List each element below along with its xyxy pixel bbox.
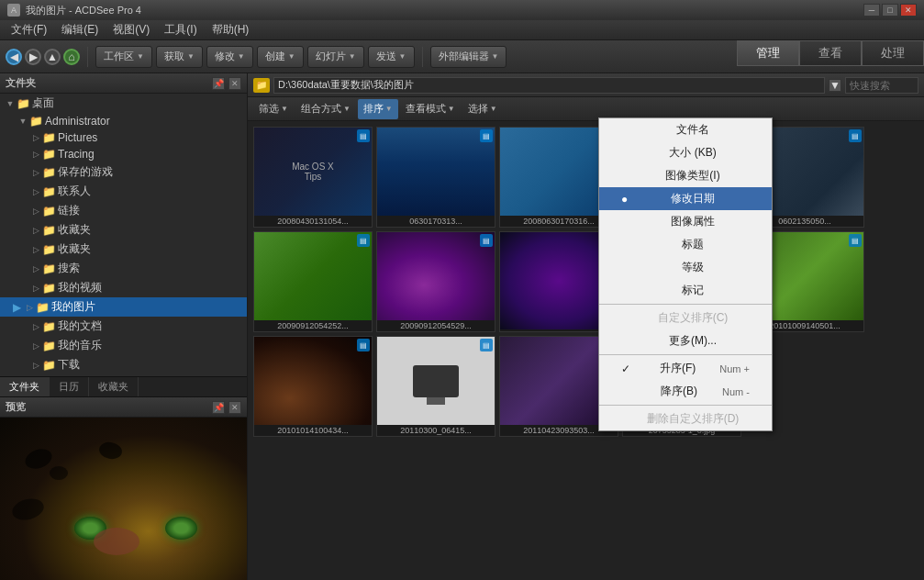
pin-icon[interactable]: 📌 <box>212 77 225 90</box>
address-input[interactable] <box>273 77 825 94</box>
menu-bar: 文件(F) 编辑(E) 视图(V) 工具(I) 帮助(H) 管理 查看 处理 <box>0 20 924 40</box>
sort-more[interactable]: 更多(M)... <box>599 329 772 352</box>
preview-close-icon[interactable]: ✕ <box>228 401 241 414</box>
tree-item-saved-games[interactable]: ▷ 📁 保存的游戏 <box>0 162 247 182</box>
maximize-button[interactable]: □ <box>882 4 898 17</box>
close-button[interactable]: ✕ <box>900 4 917 17</box>
preview-content <box>0 418 247 580</box>
image-thumb-10 <box>254 337 372 425</box>
sort-filename[interactable]: 文件名 <box>599 118 772 141</box>
image-cell-5[interactable]: ▤ 20090912054252... <box>253 231 373 332</box>
title-bar: A 我的图片 - ACDSee Pro 4 ─ □ ✕ <box>0 0 924 20</box>
nav-back-button[interactable]: ◀ <box>6 49 22 65</box>
sort-tag[interactable]: 标记 <box>599 279 772 302</box>
slideshow-button[interactable]: 幻灯片 ▼ <box>307 46 364 68</box>
folder-icon: 📁 <box>42 132 55 143</box>
image-cell-11[interactable]: ▤ 20110300_06415... <box>376 336 495 437</box>
panel-tabs: 文件夹 日历 收藏夹 <box>0 376 247 396</box>
image-thumb-6 <box>377 232 495 320</box>
sort-delete-custom[interactable]: 删除自定义排序(D) <box>599 407 772 430</box>
app-icon: A <box>7 4 20 17</box>
image-label-0: 20080430131054... <box>254 216 372 227</box>
nav-forward-button[interactable]: ▶ <box>25 49 41 65</box>
panel-close-icon[interactable]: ✕ <box>228 77 241 90</box>
tree-item-contacts[interactable]: ▷ 📁 联系人 <box>0 182 247 201</box>
address-dropdown-icon[interactable]: ▼ <box>829 79 841 92</box>
tree-label: Pictures <box>58 131 97 144</box>
menu-help[interactable]: 帮助(H) <box>205 20 257 40</box>
nav-up-button[interactable]: ▲ <box>44 49 61 65</box>
workarea-button[interactable]: 工作区 ▼ <box>95 46 152 68</box>
tree-item-downloads[interactable]: ▷ 📁 下载 <box>0 355 247 374</box>
tab-folders[interactable]: 文件夹 <box>0 377 50 396</box>
tree-label: 收藏夹 <box>58 222 91 238</box>
sort-arrow-icon: ▼ <box>385 105 393 113</box>
nav-home-button[interactable]: ⌂ <box>63 49 80 65</box>
external-editor-button[interactable]: 外部编辑器 ▼ <box>430 46 507 68</box>
tab-view[interactable]: 查看 <box>799 40 862 66</box>
menu-view[interactable]: 视图(V) <box>106 20 157 40</box>
image-cell-10[interactable]: ▤ 20101014100434... <box>253 336 373 437</box>
sort-title[interactable]: 标题 <box>599 233 772 256</box>
preview-title: 预览 <box>6 400 26 414</box>
tree-item-links[interactable]: ▷ 📁 链接 <box>0 201 247 220</box>
tree-label: 链接 <box>58 203 80 218</box>
tab-calendar[interactable]: 日历 <box>50 377 89 396</box>
image-cell-0[interactable]: Mac OS XTips ▤ 20080430131054... <box>253 127 373 228</box>
tree-item-pictures[interactable]: ▷ 📁 Pictures <box>0 129 247 146</box>
sort-ascending[interactable]: ✓ 升序(F) Num + <box>599 357 772 380</box>
tree-item-desktop[interactable]: ▼ 📁 桌面 <box>0 94 247 113</box>
tree-item-my-videos[interactable]: ▷ 📁 我的视频 <box>0 278 247 297</box>
left-panel: 文件夹 📌 ✕ ▼ 📁 桌面 ▼ 📁 Administrator ▷ <box>0 73 248 580</box>
image-cell-1[interactable]: ▤ 0630170313... <box>376 127 495 228</box>
tree-item-my-pictures[interactable]: ▶ ▷ 📁 我的图片 <box>0 297 247 317</box>
tree-item-tracing[interactable]: ▷ 📁 Tracing <box>0 146 247 162</box>
create-button[interactable]: 创建 ▼ <box>257 46 304 68</box>
group-label: 组合方式 <box>301 102 341 116</box>
menu-edit[interactable]: 编辑(E) <box>54 20 106 40</box>
sort-imagetype[interactable]: 图像类型(I) <box>599 164 772 187</box>
tab-favorites[interactable]: 收藏夹 <box>89 377 139 396</box>
sort-custom[interactable]: 自定义排序(C) <box>599 307 772 329</box>
tree-item-search[interactable]: ▷ 📁 搜索 <box>0 259 247 278</box>
sort-modifydate[interactable]: ● 修改日期 <box>599 187 772 210</box>
sort-size-label: 大小 (KB) <box>669 145 716 161</box>
sort-more-label: 更多(M)... <box>669 333 717 349</box>
quick-search-input[interactable] <box>845 77 918 94</box>
select-button[interactable]: 选择 ▼ <box>462 99 503 119</box>
tree-item-favorites2[interactable]: ▷ 📁 收藏夹 <box>0 240 247 259</box>
sort-descending[interactable]: 降序(B) Num - <box>599 380 772 403</box>
preview-header: 预览 📌 ✕ <box>0 397 247 418</box>
sort-size[interactable]: 大小 (KB) <box>599 141 772 164</box>
preview-pin-icon[interactable]: 📌 <box>212 401 225 414</box>
tree-item-administrator[interactable]: ▼ 📁 Administrator <box>0 113 247 129</box>
filter-arrow-icon: ▼ <box>281 105 288 113</box>
tree-label: 桌面 <box>32 95 54 111</box>
modify-button[interactable]: 修改 ▼ <box>206 46 253 68</box>
tab-manage[interactable]: 管理 <box>737 40 799 66</box>
tree-item-my-music[interactable]: ▷ 📁 我的音乐 <box>0 336 247 355</box>
title-bar-text: 我的图片 - ACDSee Pro 4 <box>26 4 141 17</box>
group-button[interactable]: 组合方式 ▼ <box>295 99 356 119</box>
sort-rating[interactable]: 等级 <box>599 256 772 279</box>
sort-button[interactable]: 排序 ▼ <box>358 99 398 119</box>
tree-label: 搜索 <box>58 261 80 276</box>
send-button[interactable]: 发送 ▼ <box>368 46 415 68</box>
tab-process[interactable]: 处理 <box>862 40 924 66</box>
tree-label: 保存的游戏 <box>58 164 113 180</box>
expander-icon: ▷ <box>29 224 42 237</box>
filter-button[interactable]: 筛选 ▼ <box>253 99 294 119</box>
image-thumb-0: Mac OS XTips <box>254 128 372 216</box>
menu-tools[interactable]: 工具(I) <box>157 20 204 40</box>
tree-item-favorites1[interactable]: ▷ 📁 收藏夹 <box>0 220 247 240</box>
minimize-button[interactable]: ─ <box>863 4 880 17</box>
view-mode-button[interactable]: 查看模式 ▼ <box>400 99 461 119</box>
folder-icon: 📁 <box>42 283 55 294</box>
menu-file[interactable]: 文件(F) <box>4 20 54 40</box>
sort-imageprops[interactable]: 图像属性 <box>599 210 772 233</box>
expander-icon: ▷ <box>29 320 42 333</box>
tree-item-my-docs[interactable]: ▷ 📁 我的文档 <box>0 317 247 336</box>
filter-label: 筛选 <box>259 102 279 116</box>
acquire-button[interactable]: 获取 ▼ <box>156 46 203 68</box>
image-cell-6[interactable]: ▤ 20090912054529... <box>376 231 495 332</box>
